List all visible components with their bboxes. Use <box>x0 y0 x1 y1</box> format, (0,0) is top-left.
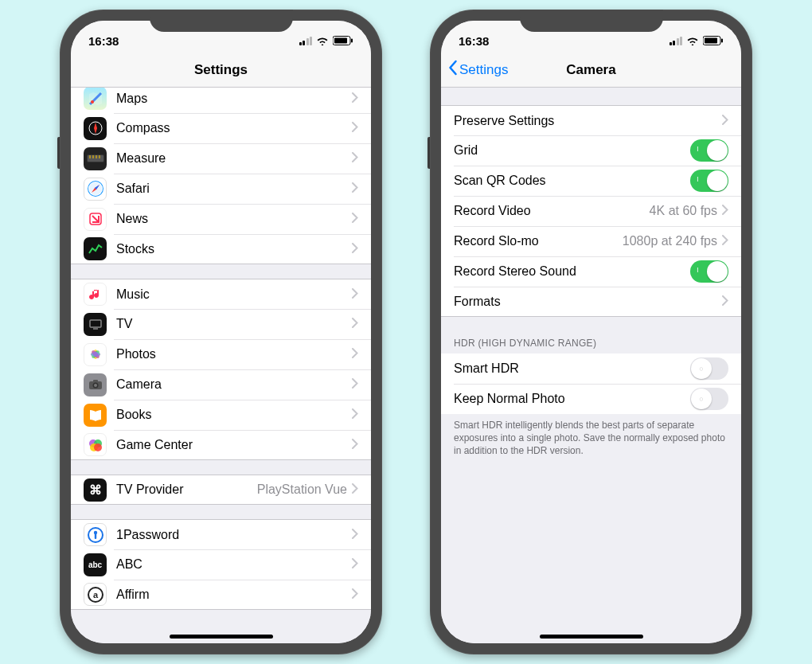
back-button[interactable]: Settings <box>447 53 508 87</box>
chevron-right-icon <box>352 287 358 302</box>
music-icon <box>84 283 107 306</box>
battery-icon <box>333 36 353 45</box>
svg-text:a: a <box>92 590 98 600</box>
battery-icon <box>703 36 724 45</box>
chevron-right-icon <box>722 204 728 218</box>
row-label: Affirm <box>116 588 352 602</box>
settings-row-news[interactable]: News <box>71 204 371 234</box>
news-icon <box>84 208 107 231</box>
row-label: TV <box>116 317 352 331</box>
svg-rect-33 <box>94 533 96 539</box>
svg-point-30 <box>94 443 102 451</box>
camera-row-preserve-settings[interactable]: Preserve Settings <box>441 105 741 135</box>
chevron-right-icon <box>352 212 358 226</box>
row-label: Measure <box>116 151 352 166</box>
group-header: HDR (HIGH DYNAMIC RANGE) <box>441 331 741 353</box>
photos-icon <box>84 343 107 366</box>
measure-icon <box>84 147 107 170</box>
chevron-right-icon <box>722 114 728 128</box>
row-label: Smart HDR <box>454 361 690 376</box>
status-time: 16:38 <box>88 34 119 48</box>
phone-camera: 16:38 Settings Camera Preserve SettingsG… <box>430 10 752 654</box>
chevron-right-icon <box>352 377 358 392</box>
row-label: Preserve Settings <box>454 114 722 128</box>
navbar: Settings <box>71 53 371 88</box>
row-value: 1080p at 240 fps <box>623 234 717 248</box>
settings-row-affirm[interactable]: aAffirm <box>71 580 371 610</box>
row-label: Safari <box>116 182 352 196</box>
settings-row-tv-provider[interactable]: ⌘TV ProviderPlayStation Vue <box>71 475 371 505</box>
row-label: Camera <box>116 377 352 392</box>
settings-row-camera[interactable]: Camera <box>71 369 371 400</box>
settings-row-music[interactable]: Music <box>71 279 371 309</box>
maps-icon <box>84 88 107 110</box>
settings-row-stocks[interactable]: Stocks <box>71 234 371 264</box>
signal-icon <box>670 37 683 45</box>
row-label: Photos <box>116 347 352 361</box>
chevron-right-icon <box>352 528 358 542</box>
toggle-switch[interactable]: ı○ <box>690 388 728 410</box>
chevron-right-icon <box>352 121 358 135</box>
settings-row-photos[interactable]: Photos <box>71 339 371 369</box>
row-label: Formats <box>454 295 722 309</box>
row-label: Music <box>116 287 352 302</box>
settings-row-measure[interactable]: Measure <box>71 143 371 174</box>
row-label: Scan QR Codes <box>454 174 690 188</box>
camera-row-smart-hdr[interactable]: Smart HDRı○ <box>441 353 741 384</box>
camera-row-record-stereo-sound[interactable]: Record Stereo Soundı <box>441 256 741 287</box>
settings-row-abc[interactable]: abcABC <box>71 549 371 580</box>
back-label: Settings <box>459 62 508 78</box>
row-label: Keep Normal Photo <box>454 392 690 406</box>
abc-icon: abc <box>84 553 107 576</box>
toggle-switch[interactable]: ı <box>690 260 728 283</box>
svg-rect-37 <box>705 38 717 44</box>
row-label: Grid <box>454 143 690 158</box>
toggle-switch[interactable]: ı <box>690 139 728 162</box>
row-label: Game Center <box>116 438 352 452</box>
svg-rect-2 <box>351 39 353 43</box>
row-label: Maps <box>116 92 352 106</box>
page-title: Settings <box>194 62 248 78</box>
notch <box>520 10 663 32</box>
toggle-switch[interactable]: ı <box>690 170 728 192</box>
camera-row-keep-normal-photo[interactable]: Keep Normal Photoı○ <box>441 384 741 414</box>
status-time: 16:38 <box>459 34 489 48</box>
settings-row-tv[interactable]: TV <box>71 309 371 339</box>
row-label: Record Slo-mo <box>454 234 623 248</box>
chevron-right-icon <box>352 182 358 196</box>
settings-row-safari[interactable]: Safari <box>71 174 371 204</box>
chevron-right-icon <box>722 234 728 248</box>
settings-row-game-center[interactable]: Game Center <box>71 430 371 460</box>
chevron-right-icon <box>352 557 358 572</box>
row-label: Stocks <box>116 242 352 256</box>
svg-rect-15 <box>90 320 101 327</box>
1pw-icon <box>84 523 107 546</box>
camera-row-record-video[interactable]: Record Video4K at 60 fps <box>441 196 741 226</box>
row-value: 4K at 60 fps <box>650 204 717 218</box>
chevron-right-icon <box>352 92 358 106</box>
tv-icon <box>84 313 107 336</box>
chevron-right-icon <box>352 151 358 166</box>
row-label: Record Stereo Sound <box>454 264 690 279</box>
settings-row-compass[interactable]: Compass <box>71 113 371 143</box>
settings-row-maps[interactable]: Maps <box>71 88 371 113</box>
chevron-left-icon <box>447 60 458 80</box>
camera-row-record-slo-mo[interactable]: Record Slo-mo1080p at 240 fps <box>441 226 741 256</box>
safari-icon <box>84 178 107 201</box>
navbar: Settings Camera <box>441 53 741 88</box>
camera-row-formats[interactable]: Formats <box>441 287 741 317</box>
toggle-switch[interactable]: ı○ <box>690 357 728 380</box>
home-indicator[interactable] <box>170 635 273 639</box>
home-indicator[interactable] <box>540 635 643 639</box>
chevron-right-icon <box>352 482 358 497</box>
camera-icon <box>84 373 107 396</box>
wifi-icon <box>686 36 699 45</box>
settings-row-1password[interactable]: 1Password <box>71 519 371 549</box>
camera-row-grid[interactable]: Gridı <box>441 135 741 166</box>
svg-rect-38 <box>721 39 723 43</box>
group-footer: Smart HDR intelligently blends the best … <box>441 414 741 464</box>
affirm-icon: a <box>84 583 107 606</box>
page-title: Camera <box>566 62 615 78</box>
settings-row-books[interactable]: Books <box>71 400 371 430</box>
camera-row-scan-qr-codes[interactable]: Scan QR Codesı <box>441 166 741 196</box>
